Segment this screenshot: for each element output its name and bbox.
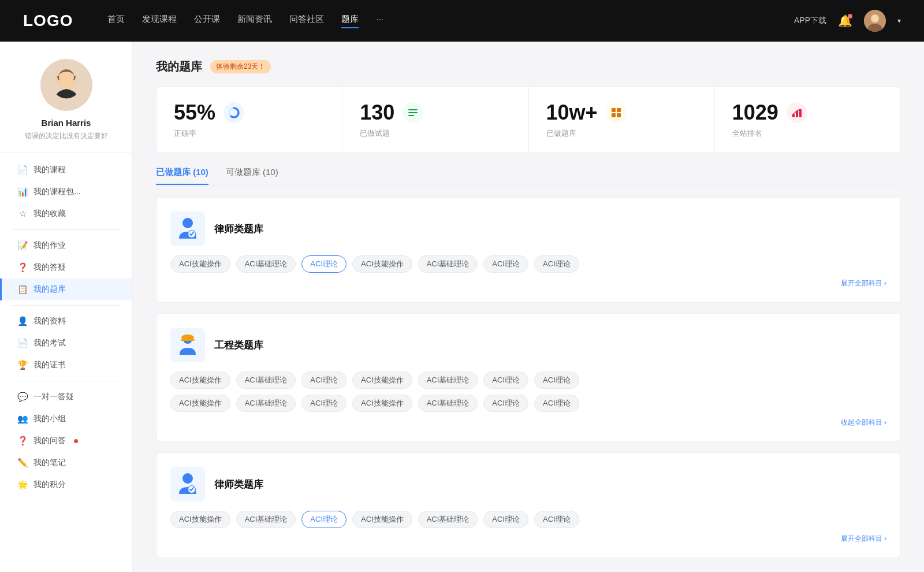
courses-icon: 📄: [17, 165, 28, 175]
user-avatar[interactable]: [864, 10, 886, 32]
tag-2-r2-2[interactable]: ACI理论: [301, 395, 346, 412]
bank-card-2-icon: [170, 328, 205, 362]
nav-news[interactable]: 新闻资讯: [237, 14, 272, 28]
cert-label: 我的证书: [33, 360, 66, 370]
sidebar-item-course-packages[interactable]: 📊 我的课程包...: [0, 181, 132, 203]
sidebar-motto: 错误的决定比没有决定要好: [25, 131, 108, 141]
profile-icon: 👤: [17, 316, 28, 326]
bank-card-2-collapse[interactable]: 收起全部科目 ›: [170, 418, 886, 428]
notification-bell[interactable]: 🔔: [838, 14, 852, 28]
svg-rect-10: [408, 112, 418, 113]
nav-open-course[interactable]: 公开课: [194, 14, 220, 28]
logo: LOGO: [23, 12, 73, 30]
tag-3-6[interactable]: ACI理论: [534, 511, 579, 528]
points-label: 我的积分: [33, 480, 66, 490]
tab-available[interactable]: 可做题库 (10): [226, 167, 278, 185]
tag-1-3[interactable]: ACI技能操作: [352, 255, 412, 273]
nav-qa[interactable]: 问答社区: [289, 14, 324, 28]
sidebar-item-favorites[interactable]: ☆ 我的收藏: [0, 203, 132, 225]
tag-3-1[interactable]: ACI基础理论: [236, 511, 296, 528]
sidebar-item-group[interactable]: 👥 我的小组: [0, 408, 132, 430]
tag-2-r2-1[interactable]: ACI基础理论: [236, 395, 296, 412]
svg-rect-12: [612, 108, 616, 112]
svg-rect-15: [617, 113, 621, 117]
svg-rect-16: [792, 114, 795, 117]
tag-2-r1-3[interactable]: ACI技能操作: [352, 372, 412, 389]
bank-card-1-expand[interactable]: 展开全部科目 ›: [170, 278, 886, 288]
tag-2-r1-0[interactable]: ACI技能操作: [170, 372, 230, 389]
tag-3-2[interactable]: ACI理论: [301, 511, 346, 528]
sidebar-username: Brian Harris: [42, 118, 91, 128]
nav-more[interactable]: ···: [376, 14, 383, 28]
tag-3-4[interactable]: ACI基础理论: [418, 511, 478, 528]
sidebar-avatar: [40, 59, 92, 111]
tag-1-5[interactable]: ACI理论: [483, 255, 528, 273]
bank-card-3-title: 律师类题库: [214, 478, 263, 491]
sidebar-item-notes[interactable]: ✏️ 我的笔记: [0, 452, 132, 474]
tab-done[interactable]: 已做题库 (10): [156, 167, 208, 185]
sidebar-item-tutor[interactable]: 💬 一对一答疑: [0, 386, 132, 408]
sidebar-separator-1: [12, 229, 121, 230]
tag-2-r2-3[interactable]: ACI技能操作: [352, 395, 412, 412]
sidebar-item-qa[interactable]: ❓ 我的答疑: [0, 257, 132, 278]
section-title: 我的题库: [156, 59, 202, 75]
svg-point-26: [182, 473, 193, 484]
bank-card-3-tags: ACI技能操作 ACI基础理论 ACI理论 ACI技能操作 ACI基础理论 AC…: [170, 511, 886, 528]
stat-banks-value: 10w+: [546, 101, 598, 125]
sidebar-item-exam[interactable]: 📄 我的考试: [0, 332, 132, 354]
sidebar-item-questions[interactable]: ❓ 我的问答: [0, 430, 132, 452]
nav-discover[interactable]: 发现课程: [142, 14, 177, 28]
bank-card-2-title: 工程类题库: [214, 339, 263, 352]
sidebar-item-profile[interactable]: 👤 我的资料: [0, 310, 132, 332]
notes-label: 我的笔记: [33, 458, 66, 468]
favorites-label: 我的收藏: [33, 209, 66, 219]
tag-2-r1-5[interactable]: ACI理论: [483, 372, 528, 389]
exam-label: 我的考试: [33, 338, 66, 348]
group-icon: 👥: [17, 414, 28, 424]
tag-2-r1-1[interactable]: ACI基础理论: [236, 372, 296, 389]
sidebar-item-my-courses[interactable]: 📄 我的课程: [0, 159, 132, 181]
bank-card-1-tags: ACI技能操作 ACI基础理论 ACI理论 ACI技能操作 ACI基础理论 AC…: [170, 255, 886, 273]
tag-1-4[interactable]: ACI基础理论: [418, 255, 478, 273]
user-menu-chevron[interactable]: ▾: [897, 17, 901, 25]
sidebar-item-points[interactable]: 🌟 我的积分: [0, 474, 132, 496]
tag-3-0[interactable]: ACI技能操作: [170, 511, 230, 528]
tag-1-2[interactable]: ACI理论: [301, 255, 346, 273]
tag-2-r2-6[interactable]: ACI理论: [534, 395, 579, 412]
packages-label: 我的课程包...: [33, 187, 81, 197]
bar-chart-icon: [791, 107, 803, 118]
tag-2-r2-0[interactable]: ACI技能操作: [170, 395, 230, 412]
svg-point-1: [871, 14, 879, 23]
app-download[interactable]: APP下载: [794, 16, 826, 26]
list-icon: [407, 107, 419, 118]
nav-home[interactable]: 首页: [107, 14, 125, 28]
tag-2-r1-6[interactable]: ACI理论: [534, 372, 579, 389]
favorites-icon: ☆: [17, 209, 28, 219]
tag-2-r1-4[interactable]: ACI基础理论: [418, 372, 478, 389]
qa-label: 我的答疑: [33, 262, 66, 273]
bank-card-2-header: 工程类题库: [170, 328, 886, 362]
tag-2-r2-4[interactable]: ACI基础理论: [418, 395, 478, 412]
tag-1-1[interactable]: ACI基础理论: [236, 255, 296, 273]
svg-rect-18: [799, 109, 802, 117]
bank-card-3-expand[interactable]: 展开全部科目 ›: [170, 534, 886, 544]
svg-rect-13: [617, 108, 621, 112]
bank-card-1-title: 律师类题库: [214, 222, 263, 236]
nav-links: 首页 发现课程 公开课 新闻资讯 问答社区 题库 ···: [107, 14, 794, 28]
stat-banks-label: 已做题库: [546, 128, 697, 139]
tag-2-r2-5[interactable]: ACI理论: [483, 395, 528, 412]
tag-1-0[interactable]: ACI技能操作: [170, 255, 230, 273]
sidebar-item-certificate[interactable]: 🏆 我的证书: [0, 354, 132, 376]
tag-3-3[interactable]: ACI技能操作: [352, 511, 412, 528]
tag-3-5[interactable]: ACI理论: [483, 511, 528, 528]
nav-bank[interactable]: 题库: [341, 14, 359, 28]
tag-1-6[interactable]: ACI理论: [534, 255, 579, 273]
tag-2-r1-2[interactable]: ACI理论: [301, 372, 346, 389]
svg-rect-11: [408, 115, 414, 116]
stat-ranking-value: 1029: [732, 101, 778, 125]
tutor-label: 一对一答疑: [33, 392, 74, 402]
sidebar-item-homework[interactable]: 📝 我的作业: [0, 235, 132, 257]
stat-ranking-top: 1029: [732, 101, 883, 125]
sidebar-item-bank[interactable]: 📋 我的题库: [0, 278, 132, 300]
notes-icon: ✏️: [17, 458, 28, 468]
